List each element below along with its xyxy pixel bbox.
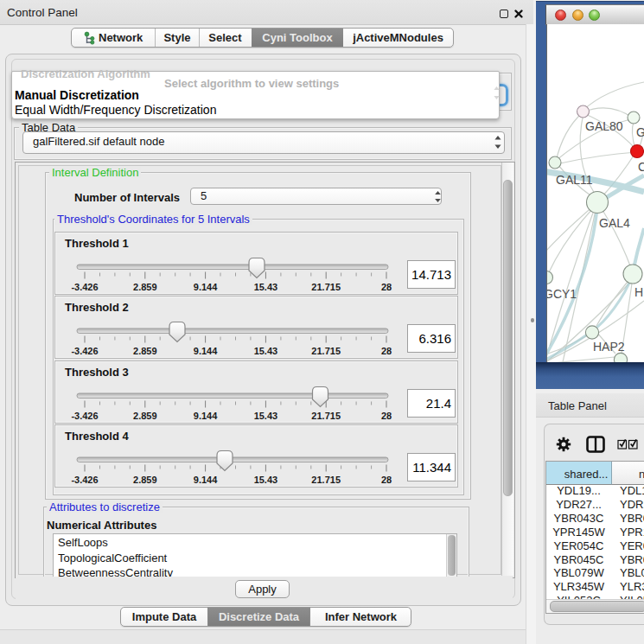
- svg-text:2.859: 2.859: [133, 282, 157, 292]
- svg-text:15.43: 15.43: [254, 282, 278, 292]
- svg-text:H: H: [634, 285, 643, 299]
- svg-text:21.715: 21.715: [311, 411, 341, 421]
- svg-text:2.859: 2.859: [133, 475, 157, 485]
- svg-text:-3.426: -3.426: [71, 282, 98, 292]
- svg-text:9.144: 9.144: [194, 475, 218, 485]
- svg-text:2.859: 2.859: [133, 411, 157, 421]
- svg-text:-3.426: -3.426: [71, 475, 98, 485]
- svg-text:21.715: 21.715: [311, 282, 341, 292]
- svg-text:-3.426: -3.426: [71, 411, 98, 421]
- svg-text:15.43: 15.43: [254, 411, 278, 421]
- svg-text:-3.426: -3.426: [71, 346, 98, 356]
- svg-text:28: 28: [381, 411, 392, 421]
- svg-text:2.859: 2.859: [133, 346, 157, 356]
- svg-text:GA: GA: [636, 125, 644, 139]
- svg-text:GAL4: GAL4: [599, 216, 630, 230]
- svg-text:15.43: 15.43: [254, 346, 278, 356]
- svg-text:9.144: 9.144: [194, 346, 218, 356]
- svg-text:GAL80: GAL80: [585, 119, 623, 133]
- svg-text:GAL11: GAL11: [556, 173, 593, 187]
- svg-text:28: 28: [381, 346, 392, 356]
- svg-text:28: 28: [381, 282, 392, 292]
- svg-text:9.144: 9.144: [194, 282, 218, 292]
- svg-text:21.715: 21.715: [311, 346, 341, 356]
- svg-text:21.715: 21.715: [311, 475, 341, 485]
- svg-text:HAP2: HAP2: [593, 340, 625, 354]
- svg-text:C: C: [638, 160, 644, 174]
- svg-text:9.144: 9.144: [194, 411, 218, 421]
- svg-text:GCY1: GCY1: [547, 287, 577, 301]
- svg-text:28: 28: [381, 475, 392, 485]
- svg-text:15.43: 15.43: [254, 475, 278, 485]
